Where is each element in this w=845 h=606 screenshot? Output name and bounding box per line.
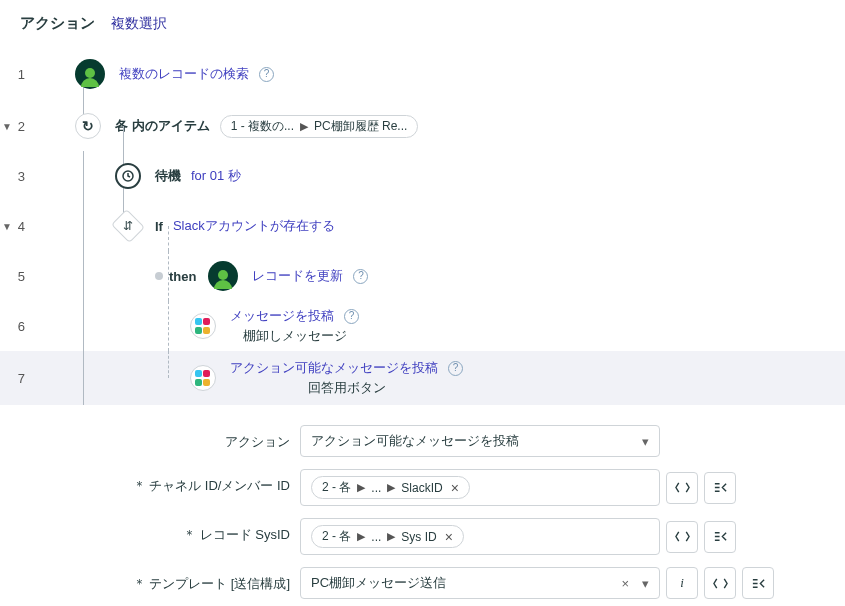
help-icon[interactable]: ?: [353, 269, 368, 284]
collapse-caret-icon[interactable]: ▼: [2, 221, 12, 232]
chevron-down-icon: ▾: [642, 434, 649, 449]
script-button[interactable]: [666, 521, 698, 553]
row-number: 6: [0, 319, 35, 334]
row-number: 3: [0, 169, 35, 184]
step-title: 各 内のアイテム: [115, 117, 210, 135]
step-row-5[interactable]: 5 then レコードを更新 ?: [0, 251, 845, 301]
field-label: ＊ テンプレート [送信構成]: [0, 567, 290, 593]
then-keyword: then: [169, 269, 196, 284]
data-pill[interactable]: 2 - 各▶ ...▶ Sys ID ×: [311, 525, 464, 548]
step-row-6[interactable]: 6 メッセージを投稿 ? 棚卸しメッセージ: [0, 301, 845, 351]
step-row-3[interactable]: 3 待機 for 01 秒: [0, 151, 845, 201]
help-icon[interactable]: ?: [259, 67, 274, 82]
data-pill-picker-button[interactable]: [704, 521, 736, 553]
row-number: 5: [0, 269, 35, 284]
collapse-caret-icon[interactable]: ▼: [2, 121, 12, 132]
sysid-input[interactable]: 2 - 各▶ ...▶ Sys ID ×: [300, 518, 660, 555]
step-subtitle: 棚卸しメッセージ: [243, 327, 347, 345]
template-select[interactable]: PC棚卸メッセージ送信 × ▾: [300, 567, 660, 599]
field-action: アクション アクション可能なメッセージを投稿 ▾: [0, 419, 845, 463]
info-button[interactable]: i: [666, 567, 698, 599]
remove-pill-icon[interactable]: ×: [445, 529, 453, 545]
if-keyword: If: [155, 219, 163, 234]
if-condition[interactable]: Slackアカウントが存在する: [173, 217, 335, 235]
clear-icon[interactable]: ×: [621, 576, 629, 591]
remove-pill-icon[interactable]: ×: [451, 480, 459, 496]
field-label: ＊ レコード SysID: [0, 518, 290, 544]
help-icon[interactable]: ?: [344, 309, 359, 324]
row-number: ▼ 2: [0, 119, 35, 134]
script-button[interactable]: [666, 472, 698, 504]
field-template: ＊ テンプレート [送信構成] PC棚卸メッセージ送信 × ▾ i: [0, 561, 845, 605]
slack-icon: [190, 365, 216, 391]
step-title[interactable]: メッセージを投稿: [230, 307, 334, 325]
help-icon[interactable]: ?: [448, 361, 463, 376]
data-pill-picker-button[interactable]: [742, 567, 774, 599]
field-record-sysid: ＊ レコード SysID 2 - 各▶ ...▶ Sys ID ×: [0, 512, 845, 561]
section-header: アクション 複数選択: [0, 10, 845, 47]
data-pill[interactable]: 2 - 各▶ ...▶ SlackID ×: [311, 476, 470, 499]
wait-icon: [115, 163, 141, 189]
slack-icon: [190, 313, 216, 339]
step-title[interactable]: レコードを更新: [252, 267, 343, 285]
multi-select-link[interactable]: 複数選択: [111, 15, 167, 33]
step-row-4[interactable]: ▼ 4 ⇵ If Slackアカウントが存在する: [0, 201, 845, 251]
select-value: アクション可能なメッセージを投稿: [311, 432, 519, 450]
field-label: ＊ チャネル ID/メンバー ID: [0, 469, 290, 495]
update-record-icon: [208, 261, 238, 291]
section-title: アクション: [20, 14, 95, 33]
channel-id-input[interactable]: 2 - 各▶ ...▶ SlackID ×: [300, 469, 660, 506]
foreach-icon: ↻: [75, 113, 101, 139]
wait-keyword: 待機: [155, 167, 181, 185]
row-number: ▼ 4: [0, 219, 35, 234]
select-value: PC棚卸メッセージ送信: [311, 574, 446, 592]
script-button[interactable]: [704, 567, 736, 599]
step-row-2[interactable]: ▼ 2 ↻ 各 内のアイテム 1 - 複数の... ▶ PC棚卸履歴 Re...: [0, 101, 845, 151]
step-title[interactable]: アクション可能なメッセージを投稿: [230, 359, 438, 377]
step-subtitle: 回答用ボタン: [308, 379, 386, 397]
field-label: アクション: [0, 425, 290, 451]
data-pill-picker-button[interactable]: [704, 472, 736, 504]
then-dot-icon: [155, 272, 163, 280]
row-number: 1: [0, 67, 35, 82]
row-number: 7: [0, 371, 35, 386]
field-channel-id: ＊ チャネル ID/メンバー ID 2 - 各▶ ...▶ SlackID ×: [0, 463, 845, 512]
step-row-7[interactable]: 7 アクション可能なメッセージを投稿 ? 回答用ボタン: [0, 351, 845, 405]
step-title[interactable]: 複数のレコードの検索: [119, 65, 249, 83]
chevron-down-icon: ▾: [642, 576, 649, 591]
if-icon: ⇵: [111, 209, 145, 243]
lookup-records-icon: [75, 59, 105, 89]
iterator-pill[interactable]: 1 - 複数の... ▶ PC棚卸履歴 Re...: [220, 115, 419, 138]
step-row-1[interactable]: 1 複数のレコードの検索 ?: [0, 47, 845, 101]
action-select[interactable]: アクション可能なメッセージを投稿 ▾: [300, 425, 660, 457]
wait-detail[interactable]: for 01 秒: [191, 167, 241, 185]
